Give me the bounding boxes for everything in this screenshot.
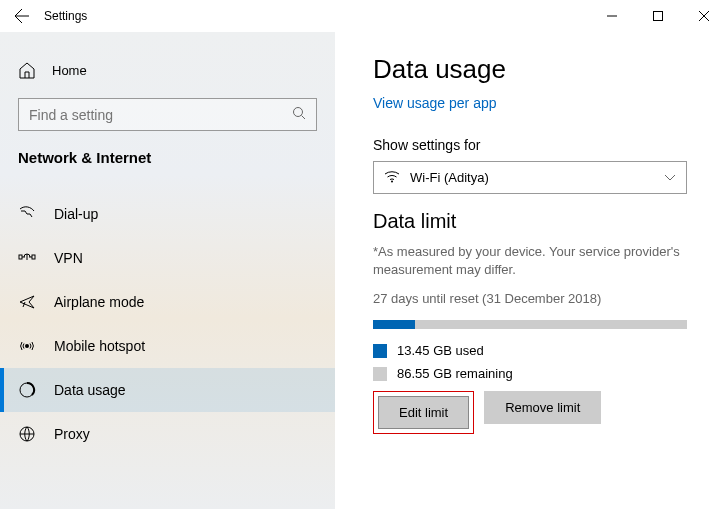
sidebar-item-hotspot[interactable]: Mobile hotspot: [0, 324, 335, 368]
minimize-button[interactable]: [589, 0, 635, 32]
search-input[interactable]: [18, 98, 317, 131]
svg-point-7: [391, 181, 393, 183]
view-usage-link[interactable]: View usage per app: [373, 95, 497, 111]
main-panel: Data usage View usage per app Show setti…: [335, 32, 727, 509]
airplane-icon: [18, 293, 36, 311]
wifi-icon: [384, 169, 400, 186]
remaining-swatch: [373, 367, 387, 381]
close-button[interactable]: [681, 0, 727, 32]
datausage-icon: [18, 381, 36, 399]
back-icon[interactable]: [14, 8, 30, 24]
sidebar-item-label: VPN: [54, 250, 83, 266]
edit-limit-button[interactable]: Edit limit: [378, 396, 469, 429]
sidebar: Home Network & Internet Dial-up VPN Airp…: [0, 32, 335, 509]
remaining-text: 86.55 GB remaining: [397, 366, 513, 381]
hotspot-icon: [18, 337, 36, 355]
measurement-note: *As measured by your device. Your servic…: [373, 243, 707, 279]
used-swatch: [373, 344, 387, 358]
usage-bar-fill: [373, 320, 415, 329]
remaining-legend: 86.55 GB remaining: [373, 366, 707, 381]
sidebar-item-vpn[interactable]: VPN: [0, 236, 335, 280]
data-limit-heading: Data limit: [373, 210, 707, 233]
home-label: Home: [52, 63, 87, 78]
sidebar-item-label: Proxy: [54, 426, 90, 442]
used-text: 13.45 GB used: [397, 343, 484, 358]
page-title: Data usage: [373, 54, 707, 85]
sidebar-item-label: Data usage: [54, 382, 126, 398]
home-button[interactable]: Home: [0, 54, 335, 86]
svg-rect-3: [32, 255, 35, 259]
edit-limit-highlight: Edit limit: [373, 391, 474, 434]
search-icon: [292, 106, 306, 123]
titlebar: Settings: [0, 0, 727, 32]
home-icon: [18, 61, 36, 79]
sidebar-item-dialup[interactable]: Dial-up: [0, 192, 335, 236]
show-settings-label: Show settings for: [373, 137, 707, 153]
connection-value: Wi-Fi (Aditya): [410, 170, 489, 185]
svg-rect-2: [19, 255, 22, 259]
reset-info: 27 days until reset (31 December 2018): [373, 291, 707, 306]
usage-bar: [373, 320, 687, 329]
connection-select[interactable]: Wi-Fi (Aditya): [373, 161, 687, 194]
remove-limit-button[interactable]: Remove limit: [484, 391, 601, 424]
search-field[interactable]: [29, 107, 292, 123]
window-title: Settings: [44, 9, 87, 23]
sidebar-item-proxy[interactable]: Proxy: [0, 412, 335, 456]
svg-point-1: [294, 108, 303, 117]
sidebar-item-datausage[interactable]: Data usage: [0, 368, 335, 412]
dialup-icon: [18, 205, 36, 223]
svg-point-4: [25, 344, 29, 348]
proxy-icon: [18, 425, 36, 443]
vpn-icon: [18, 249, 36, 267]
sidebar-item-label: Airplane mode: [54, 294, 144, 310]
section-heading: Network & Internet: [0, 149, 335, 166]
sidebar-item-label: Mobile hotspot: [54, 338, 145, 354]
sidebar-item-airplane[interactable]: Airplane mode: [0, 280, 335, 324]
maximize-button[interactable]: [635, 0, 681, 32]
used-legend: 13.45 GB used: [373, 343, 707, 358]
sidebar-item-label: Dial-up: [54, 206, 98, 222]
svg-rect-0: [654, 12, 663, 21]
chevron-down-icon: [664, 170, 676, 185]
